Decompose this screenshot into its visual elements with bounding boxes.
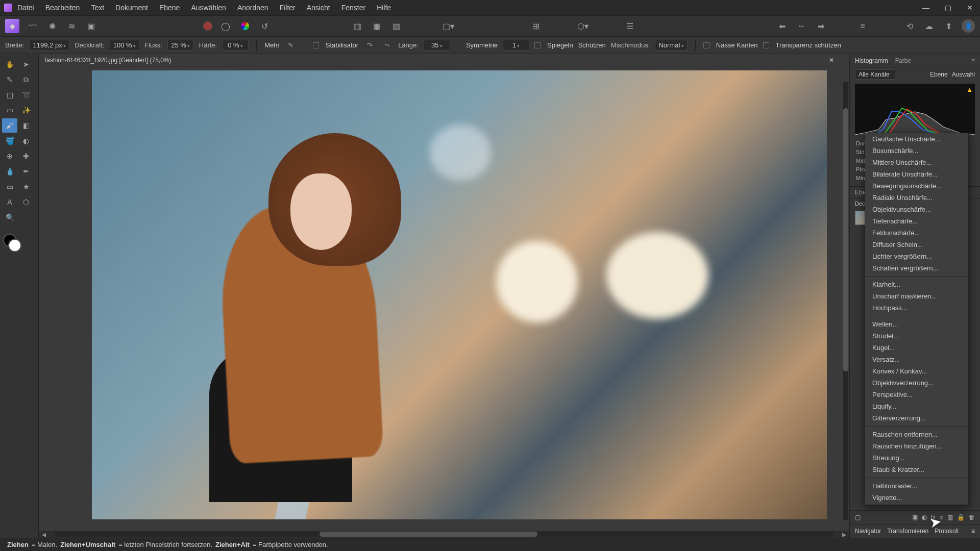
selection-tool-icon[interactable]: ◫ bbox=[2, 88, 17, 102]
arrange-left-icon[interactable]: ⬅ bbox=[776, 20, 788, 32]
group-layer-icon[interactable]: ▥ bbox=[947, 514, 953, 521]
fx-menu-item[interactable]: Hochpass... bbox=[865, 302, 968, 314]
canvas-area[interactable] bbox=[39, 66, 849, 531]
menu-bearbeiten[interactable]: Bearbeiten bbox=[45, 4, 80, 12]
align-button[interactable]: ≡ bbox=[856, 20, 869, 32]
tab-protokoll[interactable]: Protokoll bbox=[935, 528, 959, 535]
scope-auswahl[interactable]: Auswahl bbox=[952, 71, 975, 78]
fx-menu-item[interactable]: Mittlere Unschärfe... bbox=[865, 157, 968, 168]
fx-menu-item[interactable]: Klarheit... bbox=[865, 279, 968, 290]
vector-tool-icon[interactable]: ⬡ bbox=[18, 195, 34, 209]
channels-select[interactable]: Alle Kanäle bbox=[855, 69, 895, 80]
fx-menu-item[interactable]: Strudel... bbox=[865, 330, 968, 342]
snapping-icon[interactable]: ▢▾ bbox=[442, 20, 454, 32]
nasse-checkbox[interactable] bbox=[703, 42, 709, 48]
zoom-tool-icon[interactable]: 🔍 bbox=[2, 210, 17, 224]
fx-menu-item[interactable]: Rauschen hinzufügen... bbox=[865, 440, 968, 452]
color-swatches[interactable] bbox=[3, 234, 23, 254]
quick-mask-icon[interactable]: ☰ bbox=[624, 20, 636, 32]
breite-field[interactable]: 1199,2 px bbox=[30, 40, 70, 51]
document-tab-title[interactable]: fashion-6146328_1920.jpg [Geändert] (75,… bbox=[45, 57, 172, 64]
stabilisator-mode1-icon[interactable]: ↷ bbox=[363, 39, 376, 52]
fx-menu-item[interactable]: Radiale Unschärfe... bbox=[865, 192, 968, 204]
cloud-icon[interactable]: ☁ bbox=[923, 20, 935, 32]
add-layer-icon[interactable]: ▣ bbox=[912, 514, 918, 521]
menu-text[interactable]: Text bbox=[91, 4, 104, 12]
view-tool-icon[interactable]: ✋ bbox=[2, 57, 17, 71]
fx-menu-item[interactable]: Boxunschärfe... bbox=[865, 145, 968, 157]
menu-hilfe[interactable]: Hilfe bbox=[377, 4, 391, 12]
fx-menu-item[interactable]: Wellen... bbox=[865, 318, 968, 330]
fx-menu-item[interactable]: Liquify... bbox=[865, 400, 968, 412]
erase-tool-icon[interactable]: ◧ bbox=[18, 118, 34, 133]
fx-menu-item[interactable]: Bewegungsunschärfe... bbox=[865, 180, 968, 192]
fx-layer-icon[interactable]: fx bbox=[931, 514, 936, 521]
fx-menu-item[interactable]: Rauschen entfernen... bbox=[865, 429, 968, 440]
trans-checkbox[interactable] bbox=[763, 42, 769, 48]
fx-menu-item[interactable]: Schatten vergrößern... bbox=[865, 262, 968, 274]
deckkraft-field[interactable]: 100 % bbox=[110, 40, 139, 51]
brush-color-swatch-1[interactable] bbox=[203, 21, 212, 31]
fx-menu-item[interactable]: Objektivverzerrung... bbox=[865, 377, 968, 389]
align-center-icon[interactable]: ▦ bbox=[371, 20, 383, 32]
close-window-button[interactable]: ✕ bbox=[964, 3, 976, 13]
fx-menu-item[interactable]: Gitterverzerrung... bbox=[865, 412, 968, 424]
fx-menu-item[interactable]: Konvex / Konkav... bbox=[865, 365, 968, 377]
photo-persona-button[interactable]: ◆ bbox=[5, 19, 19, 33]
brush-reset-icon[interactable]: ↺ bbox=[258, 20, 271, 32]
fx-menu-item[interactable]: Staub & Kratzer... bbox=[865, 464, 968, 475]
flood-select-tool-icon[interactable]: ✨ bbox=[18, 103, 34, 117]
blur-tool-icon[interactable]: 💧 bbox=[2, 164, 17, 179]
star-tool-icon[interactable]: ★ bbox=[18, 180, 34, 194]
text-tool-icon[interactable]: A bbox=[2, 195, 17, 209]
fx-menu-item[interactable]: Lichter vergrößern... bbox=[865, 251, 968, 262]
brush-shape-icon[interactable]: ◯ bbox=[219, 20, 232, 32]
menu-datei[interactable]: Datei bbox=[17, 4, 34, 12]
tab-histogramm[interactable]: Histogramm bbox=[855, 57, 888, 64]
fx-menu-item[interactable]: Farbsäume entfernen... bbox=[865, 504, 968, 505]
stabilisator-checkbox[interactable] bbox=[313, 42, 319, 48]
fx-menu-item[interactable]: Objektivunschärfe... bbox=[865, 204, 968, 215]
laenge-field[interactable]: 35 bbox=[424, 40, 450, 51]
menu-ansicht[interactable]: Ansicht bbox=[307, 4, 330, 12]
haerte-field[interactable]: 0 % bbox=[222, 40, 249, 51]
menu-dokument[interactable]: Dokument bbox=[115, 4, 148, 12]
fx-menu-item[interactable]: Unscharf maskieren... bbox=[865, 290, 968, 302]
horizontal-scrollbar[interactable]: ◂ ▸ bbox=[39, 531, 849, 538]
document-tab-close-icon[interactable]: ✕ bbox=[829, 57, 834, 64]
sync-icon[interactable]: ⟲ bbox=[903, 20, 916, 32]
fx-menu-item[interactable]: Vignette... bbox=[865, 492, 968, 504]
fx-menu-item[interactable]: Halbtonraster... bbox=[865, 480, 968, 492]
layer-mask-icon[interactable]: ▢ bbox=[855, 514, 861, 521]
fx-menu-item[interactable]: Tiefenschärfe... bbox=[865, 215, 968, 227]
bottom-panel-options-icon[interactable]: ≡ bbox=[971, 528, 975, 535]
minimize-button[interactable]: — bbox=[919, 3, 933, 13]
fill-tool-icon[interactable]: 🪣 bbox=[2, 134, 17, 148]
mehr-button[interactable]: Mehr bbox=[264, 41, 280, 49]
vertical-scrollbar[interactable] bbox=[843, 82, 848, 520]
develop-persona-icon[interactable]: ✺ bbox=[46, 20, 58, 32]
dodge-tool-icon[interactable]: ◐ bbox=[18, 134, 34, 148]
fx-menu-item[interactable]: Streuung... bbox=[865, 452, 968, 464]
share-icon[interactable]: ⬆ bbox=[942, 20, 954, 32]
mischmodus-select[interactable]: Normal bbox=[655, 40, 687, 51]
lock-icon[interactable]: ⬡▾ bbox=[577, 20, 589, 32]
shape-tool-icon[interactable]: ▭ bbox=[2, 180, 17, 194]
tone-map-persona-icon[interactable]: ≋ bbox=[65, 20, 78, 32]
symmetrie-field[interactable]: 1 bbox=[503, 40, 529, 51]
liquify-persona-icon[interactable]: 〰 bbox=[27, 20, 39, 32]
marquee-tool-icon[interactable]: ▭ bbox=[2, 103, 17, 117]
fx-menu-item[interactable]: Versatz... bbox=[865, 354, 968, 365]
maximize-button[interactable]: ▢ bbox=[942, 3, 954, 13]
crop-tool-icon[interactable]: ⧉ bbox=[18, 72, 34, 87]
menu-anordnen[interactable]: Anordnen bbox=[237, 4, 268, 12]
healing-tool-icon[interactable]: ✚ bbox=[18, 149, 34, 163]
scope-ebene[interactable]: Ebene bbox=[930, 71, 948, 78]
brush-dynamics-icon[interactable]: ✎ bbox=[285, 39, 297, 52]
pen-tool-icon[interactable]: ✒ bbox=[18, 164, 34, 179]
fluss-field[interactable]: 25 % bbox=[167, 40, 194, 51]
menu-ebene[interactable]: Ebene bbox=[159, 4, 180, 12]
tab-navigator[interactable]: Navigator bbox=[855, 528, 881, 535]
tab-farbe[interactable]: Farbe bbox=[895, 57, 911, 64]
panel-options-icon[interactable]: ≡ bbox=[971, 57, 975, 64]
